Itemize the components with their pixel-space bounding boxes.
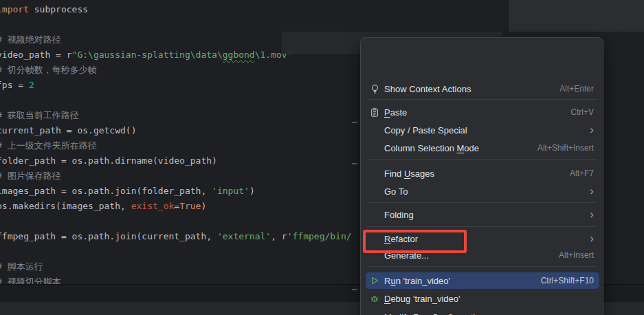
menu-item-copy-paste-special[interactable]: Copy / Paste Special › <box>362 121 602 139</box>
lightbulb-icon <box>368 83 381 94</box>
code-line: current_path = os.getcwd() <box>0 123 137 138</box>
shortcut-label: Alt+F7 <box>556 169 594 178</box>
menu-separator <box>367 266 597 267</box>
shortcut-label: Alt+Enter <box>546 84 594 94</box>
menu-item-run-train-video[interactable]: Run 'train_video' Ctrl+Shift+F10 <box>366 272 599 289</box>
code-line: # 图片保存路径 <box>0 169 61 184</box>
pycharm-editor-context-menu-screenshot: import osimport subprocess# 视频绝对路径video_… <box>0 0 644 315</box>
menu-item-modify-run-configuration[interactable]: Modify Run Configuration... <box>362 308 602 315</box>
code-line: ffmpeg_path = os.path.join(current_path,… <box>0 229 352 244</box>
annotation-highlight-box <box>363 230 467 253</box>
code-line: video_path = r"G:\gaussian-splatting\dat… <box>0 47 293 63</box>
shortcut-label: Ctrl+V <box>557 107 594 117</box>
clipboard-paste-icon <box>368 107 381 118</box>
menu-item-debug-train-video[interactable]: Debug 'train_video' <box>362 290 602 307</box>
code-line: import subprocess <box>0 2 88 17</box>
editor-context-menu: Show Context Actions Alt+Enter Paste Ctr… <box>360 37 603 315</box>
scrollbar-marker[interactable] <box>352 122 357 123</box>
menu-item-go-to[interactable]: Go To › <box>362 182 602 200</box>
panel-fragment-right <box>509 0 644 32</box>
submenu-arrow-icon: › <box>576 188 594 195</box>
debug-bug-icon <box>368 293 381 304</box>
submenu-arrow-icon: › <box>576 235 594 242</box>
code-line: folder_path = os.path.dirname(video_path… <box>0 153 217 169</box>
scrollbar-marker[interactable] <box>352 163 357 164</box>
shortcut-label: Ctrl+Shift+F10 <box>527 276 594 285</box>
code-line: # 视频绝对路径 <box>0 32 61 47</box>
menu-separator <box>367 159 597 160</box>
code-line: fps = 2 <box>0 78 34 93</box>
menu-separator <box>367 99 597 100</box>
code-line: images_path = os.path.join(folder_path, … <box>0 184 255 199</box>
submenu-arrow-icon: › <box>576 211 594 218</box>
menu-item-column-selection-mode[interactable]: Column Selection Mode Alt+Shift+Insert <box>362 139 602 157</box>
code-line: # 切分帧数，每秒多少帧 <box>0 63 97 78</box>
shortcut-label: Alt+Shift+Insert <box>524 143 594 153</box>
menu-separator <box>367 202 597 203</box>
scrollbar-marker[interactable] <box>352 289 357 290</box>
menu-item-show-context-actions[interactable]: Show Context Actions Alt+Enter <box>362 80 602 98</box>
code-line: # 获取当前工作路径 <box>0 108 79 123</box>
code-line: # 上一级文件夹所在路径 <box>0 138 97 153</box>
menu-separator <box>367 226 597 227</box>
menu-item-find-usages[interactable]: Find Usages Alt+F7 <box>362 164 602 182</box>
shortcut-label: Alt+Insert <box>545 250 594 260</box>
menu-item-paste[interactable]: Paste Ctrl+V <box>362 103 602 121</box>
run-play-icon <box>368 275 381 286</box>
code-line: # 脚本运行 <box>0 259 43 274</box>
code-line: os.makedirs(images_path, exist_ok=True) <box>0 199 206 214</box>
menu-item-folding[interactable]: Folding › <box>362 206 602 224</box>
submenu-arrow-icon: › <box>576 127 594 133</box>
